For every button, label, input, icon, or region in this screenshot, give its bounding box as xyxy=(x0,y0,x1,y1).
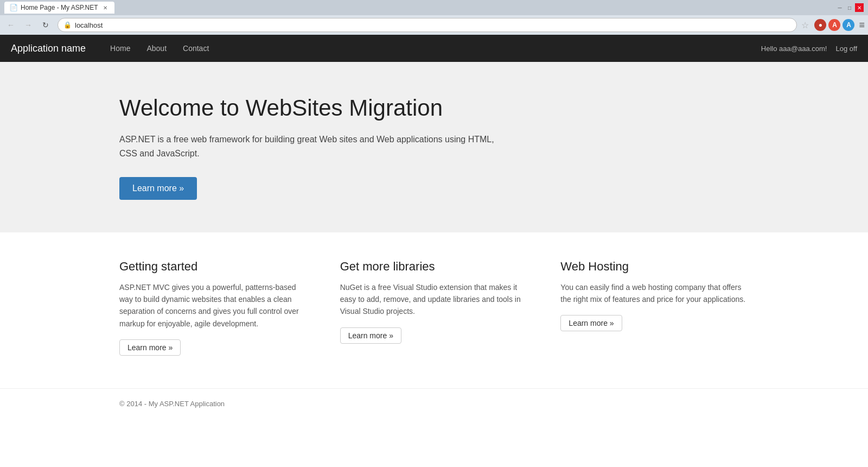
hero-section: Welcome to WebSites Migration ASP.NET is… xyxy=(0,62,868,232)
getting-started-title: Getting started xyxy=(119,260,308,274)
web-hosting-column: Web Hosting You can easily find a web ho… xyxy=(560,260,749,356)
browser-nav-bar: ← → ↻ 🔒 localhost ☆ ● A A ≡ xyxy=(0,15,868,35)
web-hosting-learn-more-button[interactable]: Learn more » xyxy=(560,315,622,331)
refresh-button[interactable]: ↻ xyxy=(38,17,53,33)
navbar-logoff-button[interactable]: Log off xyxy=(835,45,857,53)
navbar-links: Home About Contact xyxy=(102,35,761,62)
get-more-libraries-title: Get more libraries xyxy=(340,260,528,274)
navbar-brand[interactable]: Application name xyxy=(11,43,86,54)
navbar-link-home[interactable]: Home xyxy=(102,35,138,62)
content-section: Getting started ASP.NET MVC gives you a … xyxy=(0,232,868,383)
browser-menu-button[interactable]: ≡ xyxy=(859,20,865,31)
get-more-libraries-column: Get more libraries NuGet is a free Visua… xyxy=(340,260,528,356)
ext-icon-asp[interactable]: A xyxy=(828,19,840,31)
navbar-right: Hello aaa@aaa.com! Log off xyxy=(761,45,857,53)
hero-title: Welcome to WebSites Migration xyxy=(119,94,749,122)
navbar-link-about[interactable]: About xyxy=(138,35,175,62)
address-bar[interactable]: 🔒 localhost xyxy=(58,18,797,32)
getting-started-description: ASP.NET MVC gives you a powerful, patter… xyxy=(119,281,308,330)
ext-icon-1[interactable]: ● xyxy=(814,19,826,31)
ext-icon-3[interactable]: A xyxy=(843,19,854,31)
hero-description: ASP.NET is a free web framework for buil… xyxy=(119,132,499,160)
bookmark-icon[interactable]: ☆ xyxy=(801,20,809,30)
browser-window: 📄 Home Page - My ASP.NET ✕ ─ □ ✕ ← → ↻ 🔒… xyxy=(0,0,868,35)
web-hosting-description: You can easily find a web hosting compan… xyxy=(560,281,749,306)
navbar-user-greeting: Hello aaa@aaa.com! xyxy=(761,45,827,53)
get-more-libraries-description: NuGet is a free Visual Studio extension … xyxy=(340,281,528,318)
window-controls: ─ □ ✕ xyxy=(835,3,864,12)
browser-titlebar: 📄 Home Page - My ASP.NET ✕ ─ □ ✕ xyxy=(0,0,868,15)
extension-icons: ● A A xyxy=(814,19,854,31)
back-button[interactable]: ← xyxy=(3,17,18,33)
tab-close-button[interactable]: ✕ xyxy=(101,4,109,11)
footer: © 2014 - My ASP.NET Application xyxy=(0,388,868,424)
tab-title: Home Page - My ASP.NET xyxy=(21,4,98,11)
forward-button[interactable]: → xyxy=(21,17,36,33)
getting-started-learn-more-button[interactable]: Learn more » xyxy=(119,339,181,356)
minimize-button[interactable]: ─ xyxy=(835,3,844,12)
web-hosting-title: Web Hosting xyxy=(560,260,749,274)
lock-icon: 🔒 xyxy=(63,21,72,29)
address-text: localhost xyxy=(75,21,103,29)
get-more-libraries-learn-more-button[interactable]: Learn more » xyxy=(340,327,401,344)
getting-started-column: Getting started ASP.NET MVC gives you a … xyxy=(119,260,308,356)
footer-copyright: © 2014 - My ASP.NET Application xyxy=(119,400,225,408)
maximize-button[interactable]: □ xyxy=(845,3,854,12)
navbar-link-contact[interactable]: Contact xyxy=(175,35,217,62)
navbar: Application name Home About Contact Hell… xyxy=(0,35,868,62)
hero-learn-more-button[interactable]: Learn more » xyxy=(119,177,197,200)
tab-favicon-icon: 📄 xyxy=(10,4,17,11)
browser-tab[interactable]: 📄 Home Page - My ASP.NET ✕ xyxy=(4,2,114,14)
close-button[interactable]: ✕ xyxy=(855,3,864,12)
